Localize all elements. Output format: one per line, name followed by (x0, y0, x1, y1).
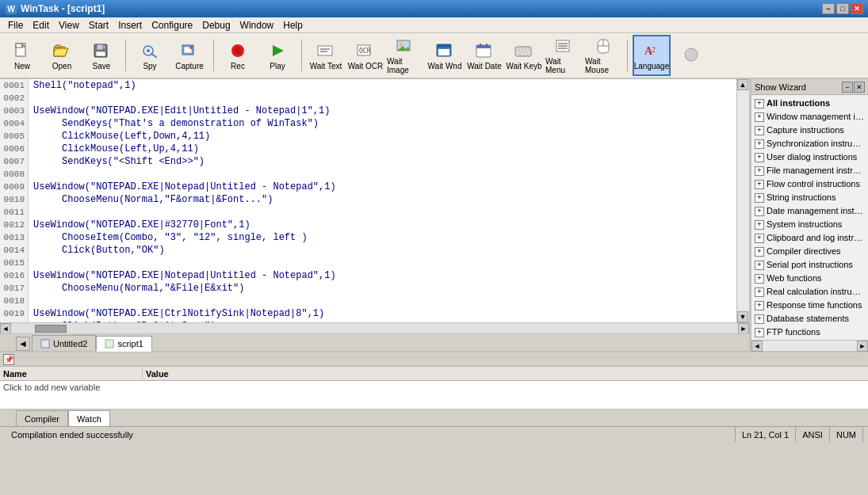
maximize-button[interactable]: □ (836, 3, 849, 14)
code-line[interactable]: 0005ClickMouse(Left,Down,4,11) (0, 130, 736, 143)
toolbar-waitocr-button[interactable]: OCR Wait OCR (346, 35, 384, 76)
code-line[interactable]: 0013ChooseItem(Combo, "3", "12", single,… (0, 231, 736, 244)
tab-script1[interactable]: script1 (96, 336, 151, 352)
toolbar-spy-button[interactable]: Spy (131, 35, 169, 76)
wizard-tree-item[interactable]: +File management instructio... (753, 164, 866, 177)
tree-expand-icon[interactable]: + (755, 139, 764, 149)
menu-insert[interactable]: Insert (113, 18, 147, 32)
code-line[interactable]: 0014Click(Button,"OK") (0, 244, 736, 257)
wizard-tree-item[interactable]: +All instructions (753, 97, 866, 110)
toolbar-play-button[interactable]: Play (258, 35, 296, 76)
toolbar-waitdate-button[interactable]: Wait Date (465, 35, 503, 76)
wizard-tree-item[interactable]: +Web functions (753, 272, 866, 285)
wizard-scroll-left[interactable]: ◄ (751, 341, 763, 352)
tree-expand-icon[interactable]: + (755, 126, 764, 135)
wizard-tree-item[interactable]: +Compiler directives (753, 245, 866, 258)
tab-scroll-left[interactable]: ◄ (16, 337, 30, 351)
wizard-tree-item[interactable]: +FTP functions (753, 326, 866, 339)
tree-expand-icon[interactable]: + (755, 207, 764, 216)
scroll-down-btn[interactable]: ▼ (737, 311, 748, 322)
toolbar-save-button[interactable]: Save (82, 35, 120, 76)
toolbar-language-button[interactable]: A2 Language (633, 35, 671, 76)
tree-expand-icon[interactable]: + (755, 301, 764, 310)
toolbar-open-button[interactable]: Open (43, 35, 81, 76)
tree-expand-icon[interactable]: + (755, 274, 764, 284)
code-line[interactable]: 0019UseWindow("NOTEPAD.EXE|CtrlNotifySin… (0, 307, 736, 320)
wizard-tree-item[interactable]: +String instructions (753, 191, 866, 204)
toolbar-waitwnd-button[interactable]: Wait Wnd (426, 35, 464, 76)
toolbar-waitmenu-button[interactable]: Wait Menu (545, 35, 583, 76)
tree-expand-icon[interactable]: + (755, 247, 764, 257)
tree-expand-icon[interactable]: + (755, 153, 764, 162)
code-line[interactable]: 0009UseWindow("NOTEPAD.EXE|Notepad|Untit… (0, 181, 736, 193)
code-line[interactable]: 0002 (0, 92, 736, 105)
menu-view[interactable]: View (54, 18, 84, 32)
wizard-tree-item[interactable]: +Response time functions (753, 299, 866, 312)
vertical-scrollbar[interactable]: ▲ ▼ (736, 79, 749, 322)
code-line[interactable]: 0012UseWindow("NOTEPAD.EXE|#32770|Font",… (0, 219, 736, 231)
code-line[interactable]: 0010ChooseMenu(Normal,"F&ormat|&Font..."… (0, 193, 736, 206)
tree-expand-icon[interactable]: + (755, 234, 764, 243)
toolbar-extra-button[interactable] (672, 35, 710, 76)
wizard-tree-item[interactable]: +Synchronization instructio... (753, 137, 866, 150)
code-line[interactable]: 0006ClickMouse(Left,Up,4,11) (0, 143, 736, 155)
menu-help[interactable]: Help (278, 18, 308, 32)
add-variable-row[interactable]: Click to add new variable (0, 381, 868, 394)
tree-expand-icon[interactable]: + (755, 328, 764, 337)
code-line[interactable]: 0011 (0, 206, 736, 219)
bottom-pin-btn[interactable]: 📌 (3, 354, 14, 365)
tree-expand-icon[interactable]: + (755, 314, 764, 324)
menu-window[interactable]: Window (235, 18, 279, 32)
scroll-right-btn[interactable]: ► (738, 323, 749, 334)
menu-debug[interactable]: Debug (197, 18, 235, 32)
toolbar-waittext-button[interactable]: Wait Text (307, 35, 345, 76)
menu-start[interactable]: Start (84, 18, 113, 32)
wizard-tree-item[interactable]: +Serial port instructions (753, 258, 866, 272)
tab-watch[interactable]: Watch (68, 410, 110, 426)
menu-edit[interactable]: Edit (28, 18, 54, 32)
toolbar-waitmouse-button[interactable]: Wait Mouse (584, 35, 622, 76)
toolbar-capture-button[interactable]: Capture (170, 35, 208, 76)
tree-expand-icon[interactable]: + (755, 166, 764, 176)
code-line[interactable]: 0015 (0, 257, 736, 269)
code-line[interactable]: 0004SendKeys("That's a demonstration of … (0, 117, 736, 130)
toolbar-waitimage-button[interactable]: Wait Image (386, 35, 424, 76)
code-line[interactable]: 0017ChooseMenu(Normal,"&File|E&xit") (0, 282, 736, 295)
code-line[interactable]: 0007SendKeys("<Shift <End>>") (0, 155, 736, 168)
menu-configure[interactable]: Configure (147, 18, 197, 32)
wizard-tree-item[interactable]: +User dialog instructions (753, 150, 866, 164)
code-line[interactable]: 0008 (0, 168, 736, 181)
tree-expand-icon[interactable]: + (755, 261, 764, 270)
wizard-tree-item[interactable]: +Date management instruc... (753, 204, 866, 218)
tab-compiler[interactable]: Compiler (16, 410, 68, 426)
wizard-scroll-right[interactable]: ► (857, 341, 868, 352)
wizard-tree-item[interactable]: +Window management inst... (753, 110, 866, 124)
code-line[interactable]: 0001Shell("notepad",1) (0, 79, 736, 92)
wizard-minimize-btn[interactable]: − (842, 82, 853, 93)
code-editor[interactable]: 0001Shell("notepad",1)00020003UseWindow(… (0, 79, 736, 322)
scroll-left-btn[interactable]: ◄ (0, 323, 11, 334)
minimize-button[interactable]: − (822, 3, 835, 14)
tree-expand-icon[interactable]: + (755, 99, 764, 109)
tree-expand-icon[interactable]: + (755, 112, 764, 122)
tab-untitled2[interactable]: Untitled2 (32, 335, 96, 351)
close-button[interactable]: ✕ (851, 3, 863, 14)
scroll-thumb[interactable] (35, 325, 67, 333)
toolbar-waitkeyb-button[interactable]: Wait Keyb (505, 35, 543, 76)
tree-expand-icon[interactable]: + (755, 180, 764, 189)
wizard-tree-item[interactable]: +Real calculation instructio... (753, 285, 866, 299)
tree-expand-icon[interactable]: + (755, 220, 764, 230)
wizard-tree-item[interactable]: +Database statements (753, 312, 866, 326)
code-line[interactable]: 0018 (0, 295, 736, 307)
wizard-tree-item[interactable]: +Flow control instructions (753, 177, 866, 191)
tree-expand-icon[interactable]: + (755, 193, 764, 203)
code-line[interactable]: 0003UseWindow("NOTEPAD.EXE|Edit|Untitled… (0, 105, 736, 117)
toolbar-new-button[interactable]: New (3, 35, 41, 76)
wizard-close-btn[interactable]: ✕ (854, 82, 865, 93)
scroll-up-btn[interactable]: ▲ (737, 79, 748, 90)
menu-file[interactable]: File (3, 18, 28, 32)
toolbar-rec-button[interactable]: Rec (219, 35, 257, 76)
wizard-tree-item[interactable]: +Capture instructions (753, 124, 866, 137)
code-line[interactable]: 0016UseWindow("NOTEPAD.EXE|Notepad|Untit… (0, 269, 736, 282)
horizontal-scrollbar[interactable]: ◄ ► (0, 322, 749, 333)
